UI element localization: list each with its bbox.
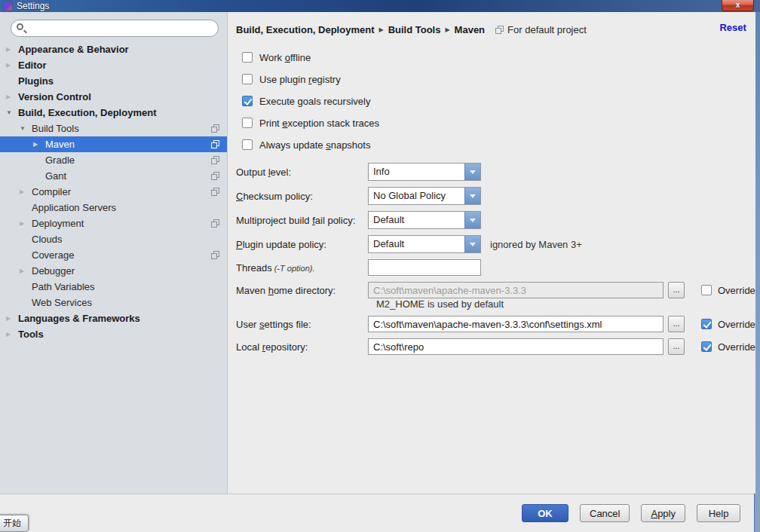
local-repository-label: Local repository:: [236, 341, 368, 353]
chevron-down-icon[interactable]: [464, 164, 480, 180]
maven-home-override: Override: [701, 285, 755, 296]
project-settings-icon: [211, 140, 219, 148]
m2-home-note: M2_HOME is used by default: [376, 298, 755, 310]
maven-settings-panel: Build, Execution, Deployment ▶ Build Too…: [228, 12, 755, 494]
work-offline-row: Work offline: [242, 50, 755, 65]
sidebar-item-languages-frameworks[interactable]: Languages & Frameworks: [0, 310, 227, 326]
user-settings-file-input[interactable]: [368, 316, 663, 332]
sidebar-item-clouds[interactable]: Clouds: [0, 231, 227, 247]
ok-button[interactable]: OK: [522, 504, 568, 522]
cancel-button[interactable]: Cancel: [580, 504, 630, 522]
maven-home-directory-input[interactable]: [368, 282, 663, 298]
user-settings-file-label: User settings file:: [236, 319, 368, 330]
plugin-update-policy-note: ignored by Maven 3+: [490, 239, 582, 250]
threads-row: Threads(-T option).: [236, 259, 755, 276]
sidebar-item-maven[interactable]: Maven: [0, 136, 227, 152]
browse-button[interactable]: ...: [668, 338, 685, 355]
local-repository-row: Local repository: ... Override: [236, 338, 755, 355]
sidebar-item-version-control[interactable]: Version Control: [0, 89, 227, 105]
output-level-row: Output level: Info: [236, 163, 755, 181]
execute-goals-recursively-row: Execute goals recursively: [242, 93, 755, 109]
checksum-policy-select[interactable]: No Global Policy: [368, 187, 481, 205]
collapse-arrow-icon[interactable]: [33, 136, 45, 152]
collapse-arrow-icon[interactable]: [6, 57, 18, 73]
start-button[interactable]: 开始: [0, 515, 29, 532]
always-update-snapshots-row: Always update snapshots: [242, 137, 755, 152]
chevron-down-icon[interactable]: [464, 188, 480, 204]
checksum-policy-label: Checksum policy:: [236, 191, 368, 202]
multiproject-build-fail-policy-row: Multiproject build fail policy: Default: [236, 211, 755, 229]
chevron-down-icon[interactable]: [464, 236, 480, 252]
project-settings-icon: [211, 156, 219, 164]
plugin-update-policy-select[interactable]: Default: [368, 235, 481, 253]
expand-arrow-icon[interactable]: [20, 121, 32, 136]
collapse-arrow-icon[interactable]: [20, 184, 32, 200]
sidebar-item-web-services[interactable]: Web Services: [0, 295, 227, 310]
execute-goals-recursively-label: Execute goals recursively: [259, 96, 370, 107]
project-settings-icon: [211, 219, 219, 228]
sidebar-item-build-execution-deployment[interactable]: Build, Execution, Deployment: [0, 105, 227, 121]
sidebar-item-deployment[interactable]: Deployment: [0, 216, 227, 231]
breadcrumb: Build, Execution, Deployment ▶ Build Too…: [236, 22, 755, 37]
sidebar-item-debugger[interactable]: Debugger: [0, 263, 227, 279]
sidebar-item-application-servers[interactable]: Application Servers: [0, 200, 227, 216]
titlebar: Settings: [0, 0, 760, 12]
project-settings-icon: [211, 251, 219, 259]
use-plugin-registry-checkbox[interactable]: [242, 74, 253, 84]
app-icon: [3, 2, 12, 11]
scope-label: For default project: [495, 24, 587, 35]
user-settings-override-checkbox[interactable]: [701, 319, 712, 329]
print-exception-stack-traces-checkbox[interactable]: [242, 118, 253, 128]
maven-home-directory-label: Maven home directory:: [236, 285, 368, 296]
sidebar-item-plugins[interactable]: Plugins: [0, 73, 227, 89]
print-exception-stack-traces-label: Print exception stack traces: [259, 118, 379, 129]
sidebar-item-gradle[interactable]: Gradle: [0, 152, 227, 168]
breadcrumb-separator-icon: ▶: [445, 26, 449, 33]
always-update-snapshots-checkbox[interactable]: [242, 139, 253, 150]
local-repository-override-checkbox[interactable]: [701, 341, 712, 352]
search-input[interactable]: [11, 20, 219, 37]
sidebar-item-gant[interactable]: Gant: [0, 168, 227, 184]
sidebar-item-tools[interactable]: Tools: [0, 326, 227, 342]
multiproject-build-fail-policy-select[interactable]: Default: [368, 211, 481, 229]
sidebar-item-compiler[interactable]: Compiler: [0, 184, 227, 200]
sidebar-item-editor[interactable]: Editor: [0, 57, 227, 73]
use-plugin-registry-label: Use plugin registry: [259, 74, 341, 85]
use-plugin-registry-row: Use plugin registry: [242, 72, 755, 87]
checksum-policy-row: Checksum policy: No Global Policy: [236, 187, 755, 205]
output-level-select[interactable]: Info: [368, 163, 481, 181]
sidebar-item-path-variables[interactable]: Path Variables: [0, 279, 227, 295]
breadcrumb-separator-icon: ▶: [378, 26, 383, 33]
threads-input[interactable]: [368, 259, 481, 276]
work-offline-checkbox[interactable]: [242, 52, 253, 63]
collapse-arrow-icon[interactable]: [6, 41, 18, 57]
collapse-arrow-icon[interactable]: [20, 263, 32, 279]
settings-sidebar: Appearance & Behavior Editor Plugins Ver…: [0, 12, 228, 494]
override-label: Override: [718, 341, 755, 353]
local-repository-input[interactable]: [368, 338, 663, 355]
reset-link[interactable]: Reset: [719, 22, 746, 33]
collapse-arrow-icon[interactable]: [20, 216, 32, 231]
collapse-arrow-icon[interactable]: [6, 89, 18, 105]
help-button[interactable]: Help: [697, 504, 740, 522]
sidebar-item-appearance-behavior[interactable]: Appearance & Behavior: [0, 41, 227, 57]
print-exception-stack-traces-row: Print exception stack traces: [242, 115, 755, 130]
collapse-arrow-icon[interactable]: [6, 326, 18, 342]
expand-arrow-icon[interactable]: [6, 105, 18, 121]
sidebar-item-coverage[interactable]: Coverage: [0, 247, 227, 263]
chevron-down-icon[interactable]: [464, 212, 480, 228]
browse-button[interactable]: ...: [668, 316, 685, 332]
sidebar-item-build-tools[interactable]: Build Tools: [0, 121, 227, 136]
maven-home-directory-row: Maven home directory: ... Override: [236, 282, 755, 298]
browse-button[interactable]: ...: [668, 282, 685, 298]
work-offline-label: Work offline: [259, 52, 311, 63]
window-title: Settings: [17, 1, 49, 11]
apply-button[interactable]: Apply: [641, 504, 685, 522]
maven-home-override-checkbox[interactable]: [701, 285, 712, 295]
execute-goals-recursively-checkbox[interactable]: [242, 96, 253, 106]
collapse-arrow-icon[interactable]: [6, 310, 18, 326]
close-button[interactable]: x: [722, 0, 754, 11]
settings-tree: Appearance & Behavior Editor Plugins Ver…: [0, 41, 227, 342]
search-icon: [17, 23, 23, 30]
plugin-update-policy-label: Plugin update policy:: [236, 239, 368, 250]
